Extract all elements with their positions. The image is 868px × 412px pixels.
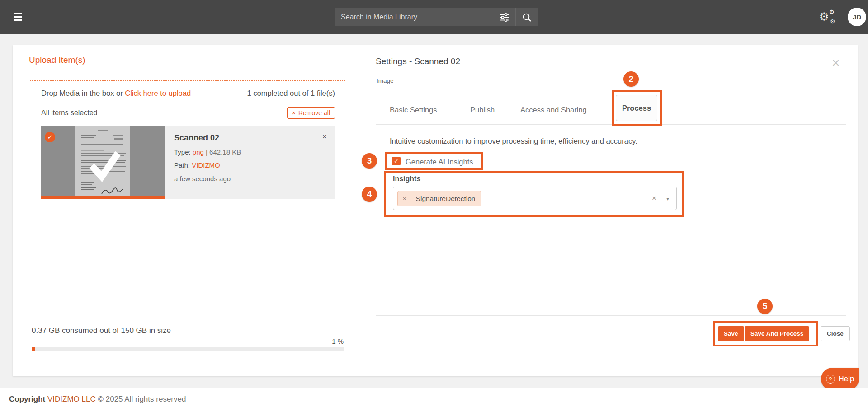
all-items-selected-label: All items selected [41, 109, 98, 117]
top-navigation-bar: ⚙ ⚙ ⚙ JD [0, 0, 868, 34]
drop-media-text: Drop Media in the box or Click here to u… [41, 89, 191, 98]
gear-icon: ⚙ [819, 11, 829, 22]
storage-progress-fill [32, 347, 35, 351]
file-type-value: png [193, 148, 204, 156]
annotation-step-5: 5 [757, 299, 773, 314]
annotation-box-process-tab [612, 90, 662, 126]
file-upload-time: a few seconds ago [174, 175, 326, 183]
annotation-box-save-buttons [713, 321, 818, 346]
file-remove-icon[interactable]: × [322, 132, 327, 141]
vidizmo-upload-page: ⚙ ⚙ ⚙ JD Upload Item(s) Drop Media in th… [0, 0, 868, 412]
click-to-upload-link[interactable]: Click here to upload [125, 89, 191, 97]
annotation-box-ai-checkbox [385, 152, 483, 170]
copyright-label: Copyright [9, 395, 45, 403]
drop-media-label: Drop Media in the box or [41, 89, 125, 97]
question-mark-icon: ? [826, 375, 835, 384]
file-path-value[interactable]: VIDIZMO [192, 161, 220, 169]
settings-panel-title: Settings - Scanned 02 [376, 56, 460, 66]
process-tab-description: Intuitive customization to improve proce… [390, 137, 637, 145]
remove-all-label: Remove all [298, 109, 330, 117]
copyright-text: Copyright VIDIZMO LLC © 2025 All rights … [9, 395, 186, 404]
help-button[interactable]: ? Help [821, 368, 859, 390]
remove-all-x-icon: × [292, 109, 296, 117]
tabs-divider [376, 124, 846, 125]
search-filter-button[interactable] [493, 8, 515, 26]
search-icon [522, 13, 532, 22]
close-button[interactable]: Close [821, 326, 850, 341]
annotation-step-3: 3 [362, 153, 377, 169]
page-footer: Copyright VIDIZMO LLC © 2025 All rights … [0, 388, 868, 412]
search-submit-button[interactable] [515, 8, 538, 26]
settings-close-icon[interactable]: × [832, 56, 840, 70]
check-icon: ✓ [47, 134, 52, 140]
file-thumbnail[interactable]: ✓ [41, 126, 165, 199]
gear-small-icon-2: ⚙ [830, 19, 835, 24]
upload-completed-count: 1 completed out of 1 file(s) [247, 89, 335, 98]
file-size: | 642.18 KB [204, 148, 241, 156]
file-type-size: Type: png | 642.18 KB [174, 148, 326, 156]
file-info-panel: Scanned 02 Type: png | 642.18 KB Path: V… [165, 126, 335, 199]
settings-footer-divider [376, 315, 846, 316]
path-label: Path: [174, 161, 192, 169]
admin-settings-button[interactable]: ⚙ ⚙ ⚙ [819, 9, 838, 26]
hamburger-menu-icon[interactable] [14, 13, 22, 21]
tab-access-and-sharing[interactable]: Access and Sharing [520, 106, 587, 114]
annotation-box-insights [384, 171, 684, 217]
remove-all-button[interactable]: × Remove all [287, 107, 335, 119]
gear-small-icon: ⚙ [829, 9, 835, 15]
annotation-step-4: 4 [362, 187, 377, 202]
annotation-step-2: 2 [623, 71, 639, 87]
type-label: Type: [174, 148, 193, 156]
storage-percent-label: 1 % [32, 337, 344, 345]
tab-publish[interactable]: Publish [470, 106, 495, 114]
uploaded-file-item: ✓ Scanned 02 Type: png | 642.18 KB Path:… [41, 126, 335, 199]
rights-text: © 2025 All rights reserved [98, 395, 186, 403]
filter-sliders-icon [500, 13, 509, 22]
storage-progress-track [32, 347, 344, 351]
file-name: Scanned 02 [174, 133, 326, 143]
settings-media-type: Image [377, 77, 394, 84]
upload-progress-bar [41, 196, 165, 199]
upload-success-check-icon [41, 126, 165, 199]
search-input[interactable] [335, 8, 493, 26]
upload-panel-title: Upload Item(s) [29, 55, 85, 65]
company-link[interactable]: VIDIZMO LLC [47, 395, 96, 403]
help-label: Help [839, 375, 854, 384]
file-path: Path: VIDIZMO [174, 161, 326, 169]
user-avatar[interactable]: JD [848, 8, 866, 26]
selection-row: All items selected × Remove all [41, 107, 335, 119]
storage-consumed-text: 0.37 GB consumed out of 150 GB in size [32, 326, 171, 335]
tab-basic-settings[interactable]: Basic Settings [390, 106, 437, 114]
media-library-search [335, 8, 538, 26]
dropzone-header-row: Drop Media in the box or Click here to u… [41, 89, 335, 98]
selected-check-badge[interactable]: ✓ [45, 132, 55, 142]
